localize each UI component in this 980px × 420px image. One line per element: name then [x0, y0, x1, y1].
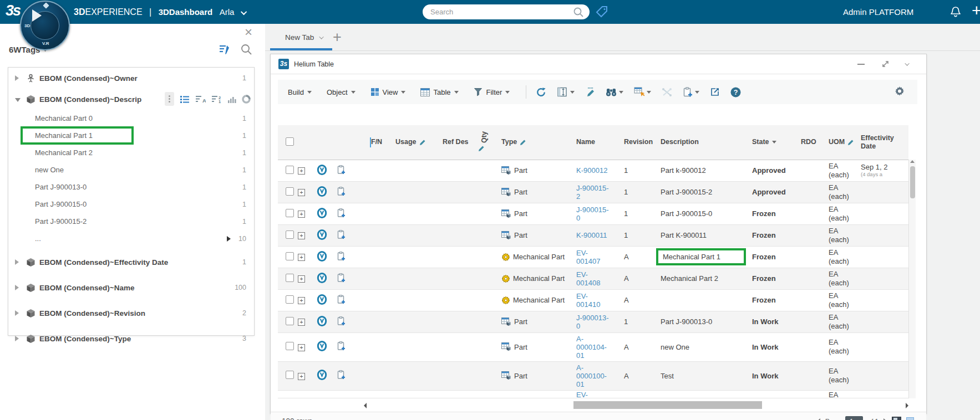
toolbar-tool-export-window[interactable]: [710, 87, 720, 97]
sidebar-group-4[interactable]: EBOM (Condensed)~Revision2: [8, 303, 254, 324]
open-compass-icon[interactable]: [317, 208, 327, 218]
edit-column-pencil-icon[interactable]: [419, 139, 426, 146]
sidebar-tag-item[interactable]: Part J-900015-01: [8, 196, 254, 213]
add-to-clipboard-icon[interactable]: [337, 370, 346, 380]
open-compass-icon[interactable]: [317, 251, 327, 262]
part-name-link[interactable]: J-900015-0: [576, 206, 612, 222]
scroll-left-icon[interactable]: [364, 403, 367, 408]
toolbar-tool-column-width-caret-icon[interactable]: [570, 91, 575, 94]
expand-row-icon[interactable]: +: [298, 297, 305, 304]
toolbar-menu-filter[interactable]: Filter: [474, 88, 510, 96]
add-to-clipboard-icon[interactable]: [337, 187, 346, 196]
add-to-clipboard-icon[interactable]: [337, 341, 346, 351]
horizontal-scroll-thumb[interactable]: [573, 401, 762, 409]
dashboard-context[interactable]: Arla: [220, 7, 235, 17]
tab-new-tab[interactable]: New Tab: [281, 24, 328, 51]
sidebar-group-5[interactable]: EBOM (Condensed)~Type3: [8, 328, 254, 349]
part-name-link[interactable]: K-900012: [576, 166, 612, 175]
sidebar-tag-item[interactable]: Mechanical Part 01: [8, 110, 254, 127]
widget-settings-gear-icon[interactable]: [894, 85, 905, 99]
expand-row-icon[interactable]: +: [298, 319, 305, 326]
row-checkbox[interactable]: [286, 209, 294, 217]
column-header-qty[interactable]: Qty: [475, 125, 501, 160]
table-row[interactable]: +PartA-0000104-01Anew OneIn WorkEA (each…: [278, 332, 908, 361]
toolbar-tool-find-binoculars-caret-icon[interactable]: [619, 91, 623, 94]
notifications-bell-icon[interactable]: [949, 6, 962, 19]
vertical-scroll-thumb[interactable]: [910, 166, 915, 198]
row-checkbox[interactable]: [286, 252, 294, 260]
user-menu[interactable]: Admin PLATFORM: [843, 0, 913, 24]
column-header-state[interactable]: State: [752, 125, 801, 160]
sort-caret-icon[interactable]: [772, 141, 776, 144]
add-to-clipboard-icon[interactable]: [337, 295, 346, 304]
row-checkbox[interactable]: [286, 317, 294, 325]
toolbar-tool-column-width[interactable]: [557, 87, 575, 97]
column-header-effdate[interactable]: Effectivity Date: [861, 125, 908, 160]
collapse-widget-chevron-icon[interactable]: [905, 61, 909, 65]
toolbar-menu-object[interactable]: Object: [327, 88, 356, 96]
open-compass-icon[interactable]: [317, 229, 327, 240]
open-compass-icon[interactable]: [317, 370, 327, 380]
table-row[interactable]: +PartK-9000111Part K-900011FrozenEA (eac…: [278, 224, 908, 246]
part-name-link[interactable]: EV-001407: [576, 249, 612, 265]
column-header-revision[interactable]: Revision: [624, 125, 661, 160]
open-compass-icon[interactable]: [317, 165, 327, 175]
sidebar-tag-item[interactable]: Part J-900013-01: [8, 178, 254, 196]
column-header-name[interactable]: Name: [576, 125, 624, 160]
split-view-toggle-icon[interactable]: [906, 417, 914, 420]
edit-column-pencil-icon[interactable]: [478, 145, 485, 152]
row-checkbox[interactable]: [286, 231, 294, 239]
expand-group-icon[interactable]: [15, 259, 19, 265]
tag-icon[interactable]: [595, 5, 609, 19]
global-search[interactable]: [423, 4, 590, 19]
tab-chevron-down-icon[interactable]: [319, 34, 324, 39]
list-view-icon[interactable]: [180, 95, 190, 104]
expand-row-icon[interactable]: +: [298, 275, 305, 283]
expand-group-icon[interactable]: [15, 285, 19, 290]
toolbar-tool-edit-pencil[interactable]: [585, 87, 595, 98]
close-panel-icon[interactable]: ×: [245, 24, 252, 40]
sidebar-tag-item[interactable]: ...10: [8, 230, 254, 247]
add-tab-button[interactable]: +: [333, 27, 342, 47]
toolbar-tool-clipboard-add-caret-icon[interactable]: [695, 91, 699, 94]
open-compass-icon[interactable]: [317, 341, 327, 351]
part-name-link[interactable]: J-900013-0: [576, 314, 612, 330]
part-name-link[interactable]: EV-: [576, 391, 612, 398]
sidebar-group-1[interactable]: EBOM (Condensed)~DescripA21: [8, 89, 254, 110]
sidebar-group-0[interactable]: EBOM (Condensed)~Owner1: [8, 68, 254, 89]
table-row[interactable]: +Mechanical PartEV-001408AMechanical Par…: [278, 268, 908, 289]
table-row[interactable]: +PartJ-900013-01Part J-900013-0In WorkEA…: [278, 311, 908, 332]
sort-alpha-icon[interactable]: A: [195, 95, 206, 104]
scroll-right-icon[interactable]: [906, 403, 908, 408]
horizontal-scrollbar[interactable]: [364, 401, 908, 409]
column-header-uom[interactable]: UOM: [829, 125, 861, 160]
edit-column-pencil-icon[interactable]: [847, 139, 854, 146]
row-checkbox[interactable]: [286, 342, 294, 350]
toolbar-tool-clipboard-add[interactable]: [683, 87, 699, 98]
page-select[interactable]: 1: [845, 416, 863, 420]
expand-row-icon[interactable]: +: [298, 211, 305, 218]
part-name-link[interactable]: J-900015-2: [576, 184, 612, 201]
expand-window-icon[interactable]: [881, 60, 890, 68]
table-row[interactable]: +Mechanical PartEV-001407AMechanical Par…: [278, 246, 908, 268]
sidebar-tag-item[interactable]: Mechanical Part 11: [8, 127, 254, 144]
table-row[interactable]: +PartJ-900015-01Part J-900015-0FrozenEA …: [278, 203, 908, 224]
column-header-usage[interactable]: Usage: [395, 125, 443, 160]
vertical-scrollbar[interactable]: [908, 160, 916, 398]
toolbar-tool-mass-update-caret-icon[interactable]: [647, 91, 651, 94]
scroll-up-icon[interactable]: [910, 160, 915, 163]
column-header-fn[interactable]: F/N: [371, 125, 395, 160]
part-name-link[interactable]: K-900011: [576, 231, 612, 239]
donut-chart-view-icon[interactable]: [242, 95, 251, 104]
next-page-icon[interactable]: [883, 418, 887, 420]
open-compass-icon[interactable]: [317, 273, 327, 283]
dashboard-chevron-down-icon[interactable]: [241, 9, 247, 15]
toolbar-menu-build[interactable]: Build: [288, 88, 312, 96]
toolbar-tool-refresh[interactable]: [535, 86, 547, 98]
toolbar-tool-help[interactable]: ?: [730, 87, 741, 98]
sidebar-tag-item[interactable]: Mechanical Part 21: [8, 144, 254, 161]
search-tags-icon[interactable]: [240, 43, 252, 55]
more-options-dots-icon[interactable]: [165, 92, 174, 106]
expand-row-icon[interactable]: +: [298, 167, 305, 175]
minimize-icon[interactable]: [857, 64, 865, 65]
